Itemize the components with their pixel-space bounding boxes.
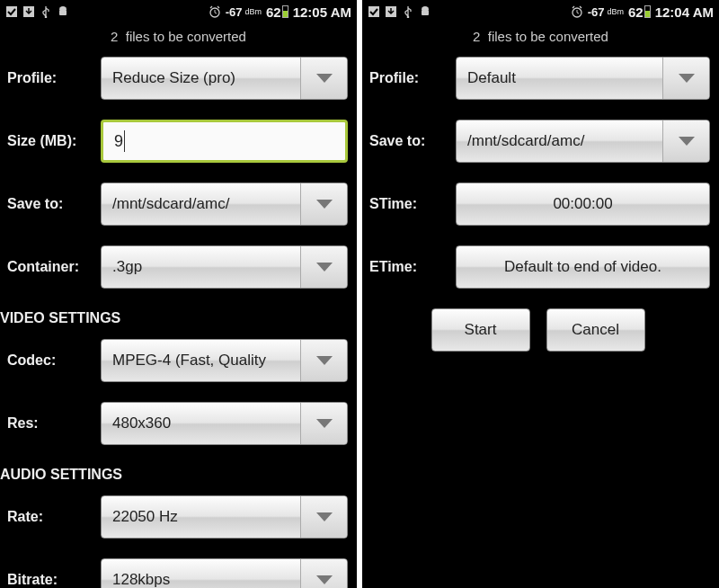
codec-spinner[interactable]: MPEG-4 (Fast, Quality xyxy=(101,339,348,382)
res-label: Res: xyxy=(4,415,101,432)
signal-dbm: -67 xyxy=(226,5,243,19)
check-icon xyxy=(5,5,18,18)
bitrate-label: Bitrate: xyxy=(4,572,101,588)
chevron-down-icon xyxy=(300,559,347,588)
status-bar: -67 dBm 62 12:05 AM xyxy=(0,0,357,23)
svg-line-17 xyxy=(580,6,581,8)
saveto-label: Save to: xyxy=(366,133,456,149)
profile-spinner[interactable]: Default xyxy=(456,57,710,100)
profile-label: Profile: xyxy=(4,70,101,86)
svg-point-2 xyxy=(45,16,48,18)
svg-point-11 xyxy=(407,16,410,18)
profile-spinner[interactable]: Reduce Size (pro) xyxy=(101,57,348,100)
chevron-down-icon xyxy=(300,340,347,381)
android-icon xyxy=(57,5,69,18)
svg-rect-12 xyxy=(422,10,429,15)
profile-label: Profile: xyxy=(366,70,456,86)
etime-label: ETime: xyxy=(366,259,456,275)
chevron-down-icon xyxy=(300,496,347,538)
battery-indicator: 62 xyxy=(266,4,288,20)
chevron-down-icon xyxy=(662,120,709,162)
screen-right: -67 dBm 62 12:04 AM 2 files to be conver… xyxy=(362,0,719,588)
usb-icon xyxy=(402,5,414,18)
svg-line-7 xyxy=(210,6,212,8)
container-label: Container: xyxy=(4,259,101,275)
alarm-icon xyxy=(209,5,221,18)
caption: 2 files to be converted xyxy=(0,23,357,57)
rate-spinner[interactable]: 22050 Hz xyxy=(101,495,348,539)
chevron-down-icon xyxy=(662,58,709,99)
cancel-button[interactable]: Cancel xyxy=(546,308,645,352)
rate-label: Rate: xyxy=(4,509,101,525)
chevron-down-icon xyxy=(300,403,347,444)
clock-time: 12:04 AM xyxy=(655,4,714,20)
svg-rect-3 xyxy=(59,10,67,15)
screen-left: -67 dBm 62 12:05 AM 2 files to be conver… xyxy=(0,0,357,588)
stime-button[interactable]: 00:00:00 xyxy=(456,183,710,226)
res-spinner[interactable]: 480x360 xyxy=(101,402,348,445)
status-bar: -67 dBm 62 12:04 AM xyxy=(362,0,719,23)
download-icon xyxy=(22,5,35,18)
caption: 2 files to be converted xyxy=(362,23,719,57)
download-icon xyxy=(385,5,397,18)
signal-unit: dBm xyxy=(607,7,624,16)
chevron-down-icon xyxy=(300,183,347,225)
signal-dbm: -67 xyxy=(588,5,605,19)
video-settings-header: VIDEO SETTINGS xyxy=(0,308,348,339)
svg-line-16 xyxy=(573,6,574,8)
saveto-spinner[interactable]: /mnt/sdcard/amc/ xyxy=(456,120,710,163)
chevron-down-icon xyxy=(300,246,347,288)
codec-label: Codec: xyxy=(4,352,101,369)
alarm-icon xyxy=(571,5,583,18)
etime-button[interactable]: Default to end of video. xyxy=(456,245,710,289)
android-icon xyxy=(419,5,431,18)
check-icon xyxy=(368,5,380,18)
size-label: Size (MB): xyxy=(4,133,101,149)
usb-icon xyxy=(40,5,52,18)
saveto-spinner[interactable]: /mnt/sdcard/amc/ xyxy=(101,183,348,226)
signal-unit: dBm xyxy=(244,7,262,16)
battery-indicator: 62 xyxy=(628,4,651,20)
chevron-down-icon xyxy=(300,58,347,99)
size-input[interactable]: 9 xyxy=(101,120,348,163)
svg-rect-9 xyxy=(368,6,379,17)
container-spinner[interactable]: .3gp xyxy=(101,245,348,289)
bitrate-spinner[interactable]: 128kbps xyxy=(101,558,348,588)
start-button[interactable]: Start xyxy=(431,308,530,352)
svg-line-8 xyxy=(217,6,219,8)
audio-settings-header: AUDIO SETTINGS xyxy=(0,465,348,495)
saveto-label: Save to: xyxy=(4,196,101,212)
clock-time: 12:05 AM xyxy=(293,4,351,20)
svg-rect-0 xyxy=(6,6,17,17)
stime-label: STime: xyxy=(366,196,456,212)
